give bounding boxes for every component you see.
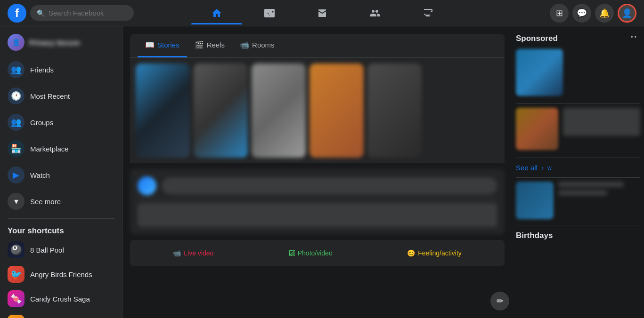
nav-friends-button[interactable] xyxy=(350,2,400,24)
story-card-3[interactable] xyxy=(252,64,306,158)
top-navigation: f 🔍 ⊞ 💬 🔔 👤 xyxy=(0,0,644,26)
shortcut-label: Angry Birds Friends xyxy=(30,270,92,278)
story-card-5[interactable] xyxy=(367,64,422,158)
rooms-tab-icon: 📹 xyxy=(240,40,249,49)
stories-content xyxy=(130,58,505,163)
nav-home-button[interactable] xyxy=(191,2,242,24)
shortcut-coin-master[interactable]: 🪙 Coin Master xyxy=(4,311,118,318)
see-all-link[interactable]: See all xyxy=(516,164,538,172)
nav-right: ⊞ 💬 🔔 👤 xyxy=(519,4,636,23)
nav-center xyxy=(191,2,453,24)
sidebar-item-see-more[interactable]: ▾ See more xyxy=(4,188,118,215)
sponsored-dots: • • xyxy=(631,34,636,40)
composer-actions: 📹 Live video 🖼 Photo/video 😊 Feeling/act… xyxy=(136,246,499,261)
sponsored-card-3[interactable] xyxy=(516,182,640,219)
shortcut-angry-birds[interactable]: 🐦 Angry Birds Friends xyxy=(4,262,118,286)
sidebar-item-label: Watch xyxy=(30,171,50,179)
sidebar-item-label: Most Recent xyxy=(30,92,70,100)
search-bar[interactable]: 🔍 xyxy=(30,5,134,21)
right-sidebar: Sponsored • • See all › w xyxy=(512,26,644,318)
birthdays-title: Birthdays xyxy=(516,231,640,240)
arrow-icon: › xyxy=(541,164,544,172)
messenger-button[interactable]: 💬 xyxy=(572,4,591,23)
left-sidebar: 👤 Privacy Secure 👥 Friends 🕐 Most Recent… xyxy=(0,26,122,318)
tab-reels[interactable]: 🎬 Reels xyxy=(187,34,232,57)
feeling-icon: 😊 xyxy=(407,249,415,257)
grid-menu-button[interactable]: ⊞ xyxy=(550,4,569,23)
sidebar-item-label: Groups xyxy=(30,119,53,127)
sponsored-card-1[interactable] xyxy=(516,49,640,96)
story-card-4[interactable] xyxy=(310,64,364,158)
right-divider-1 xyxy=(516,103,640,104)
story-card-1[interactable] xyxy=(136,64,190,158)
compose-message-button[interactable]: ✏ xyxy=(490,292,509,310)
sponsored-image-3 xyxy=(516,182,554,219)
center-feed: 📖 Stories 🎬 Reels 📹 Rooms xyxy=(122,26,512,318)
reels-tab-label: Reels xyxy=(207,41,225,49)
friends-icon: 👥 xyxy=(8,61,24,78)
shortcut-label: Candy Crush Saga xyxy=(30,295,90,303)
sidebar-divider xyxy=(8,218,114,219)
marketplace-icon: 🏪 xyxy=(8,140,24,157)
stories-tab-icon: 📖 xyxy=(145,40,155,49)
sponsored-text-2 xyxy=(563,108,640,136)
sponsored-card-2[interactable] xyxy=(516,108,640,150)
see-more-icon: ▾ xyxy=(8,193,24,210)
blurred-post-area xyxy=(130,169,505,234)
most-recent-icon: 🕐 xyxy=(8,87,24,104)
nav-video-button[interactable] xyxy=(244,2,295,24)
notifications-button[interactable]: 🔔 xyxy=(595,4,614,23)
stories-bar: 📖 Stories 🎬 Reels 📹 Rooms xyxy=(130,34,505,163)
username: Privacy Secure xyxy=(29,39,80,47)
shortcut-candy-crush[interactable]: 🍬 Candy Crush Saga xyxy=(4,286,118,311)
sponsored-title: Sponsored xyxy=(516,34,640,43)
shortcut-label: 8 Ball Pool xyxy=(30,246,64,254)
nav-left: f 🔍 xyxy=(8,4,134,23)
story-card-2[interactable] xyxy=(194,64,248,158)
profile-avatar-button[interactable]: 👤 xyxy=(618,4,636,23)
sidebar-item-groups[interactable]: 👥 Groups xyxy=(4,109,118,135)
coin-master-icon: 🪙 xyxy=(8,315,24,318)
live-video-label: Live video xyxy=(184,249,213,257)
sponsored-text-3 xyxy=(558,182,640,219)
reels-tab-icon: 🎬 xyxy=(195,40,204,49)
photo-video-icon: 🖼 xyxy=(288,249,295,257)
user-avatar: 👤 xyxy=(8,34,24,51)
right-divider-3 xyxy=(516,177,640,178)
main-content: 👤 Privacy Secure 👥 Friends 🕐 Most Recent… xyxy=(0,26,644,318)
see-all-row: See all › w xyxy=(516,162,640,174)
tab-stories[interactable]: 📖 Stories xyxy=(138,34,187,57)
feeling-label: Feeling/activity xyxy=(418,249,462,257)
groups-icon: 👥 xyxy=(8,114,24,131)
right-main-divider xyxy=(516,225,640,225)
see-all-label-2: w xyxy=(547,165,552,171)
sidebar-item-most-recent[interactable]: 🕐 Most Recent xyxy=(4,83,118,109)
birthdays-section: Birthdays xyxy=(516,231,640,240)
sidebar-user-profile[interactable]: 👤 Privacy Secure xyxy=(4,30,118,55)
stories-tabs: 📖 Stories 🎬 Reels 📹 Rooms xyxy=(130,34,505,58)
right-divider-2 xyxy=(516,158,640,158)
sidebar-item-label: Marketplace xyxy=(30,145,69,153)
sidebar-item-marketplace[interactable]: 🏪 Marketplace xyxy=(4,135,118,162)
nav-marketplace-button[interactable] xyxy=(297,2,348,24)
angry-birds-icon: 🐦 xyxy=(8,266,24,283)
photo-video-label: Photo/video xyxy=(298,249,333,257)
8ball-icon: 🎱 xyxy=(8,241,24,258)
feeling-button[interactable]: 😊 Feeling/activity xyxy=(399,246,469,261)
sponsored-image-2 xyxy=(516,108,558,150)
shortcut-8ball[interactable]: 🎱 8 Ball Pool xyxy=(4,238,118,262)
search-input[interactable] xyxy=(49,9,127,17)
sidebar-item-watch[interactable]: ▶ Watch xyxy=(4,162,118,188)
watch-icon: ▶ xyxy=(8,167,24,183)
sidebar-item-label: Friends xyxy=(30,66,54,74)
nav-gaming-button[interactable] xyxy=(402,2,453,24)
tab-rooms[interactable]: 📹 Rooms xyxy=(232,34,282,57)
sidebar-item-friends[interactable]: 👥 Friends xyxy=(4,56,118,83)
photo-video-button[interactable]: 🖼 Photo/video xyxy=(281,246,340,261)
rooms-tab-label: Rooms xyxy=(252,41,275,49)
facebook-logo[interactable]: f xyxy=(8,4,26,23)
sponsored-image-1 xyxy=(516,49,563,96)
live-video-button[interactable]: 📹 Live video xyxy=(165,246,221,261)
search-icon: 🔍 xyxy=(37,9,45,17)
sidebar-item-label: See more xyxy=(30,198,61,206)
